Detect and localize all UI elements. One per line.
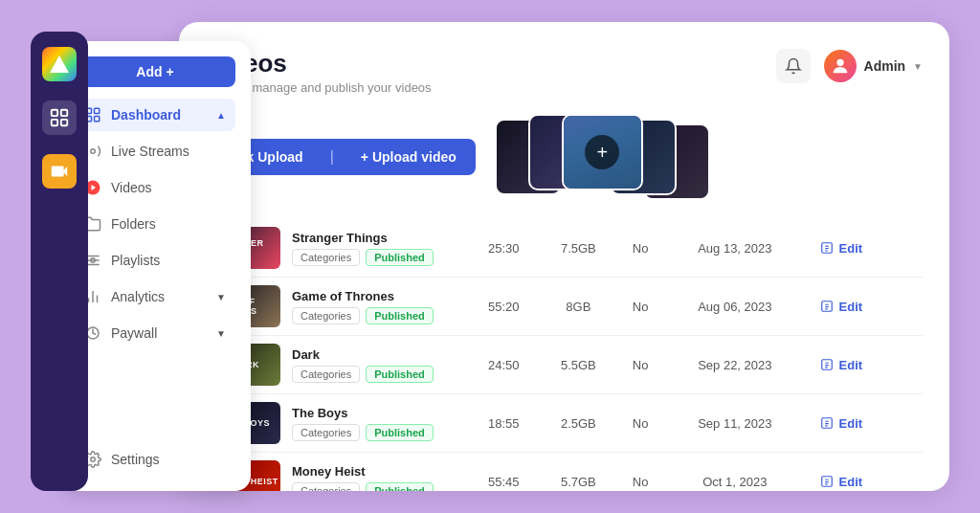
dashboard-label: Dashboard <box>111 107 181 123</box>
date-4: Oct 1, 2023 <box>663 453 806 492</box>
video-title-0: Stranger Things <box>292 231 462 245</box>
status-badge-4: Published <box>366 482 434 492</box>
table-row: DARK Dark Categories Published 24:50 5.5… <box>206 336 923 394</box>
status-badge-1: Published <box>366 307 434 324</box>
svg-rect-2 <box>52 120 57 125</box>
video-info-1: Game of Thrones Categories Published <box>292 289 462 324</box>
video-tags-1: Categories Published <box>292 307 462 324</box>
size-0: 7.5GB <box>540 219 618 278</box>
status-badge-2: Published <box>366 366 434 383</box>
svg-rect-5 <box>95 108 100 113</box>
sidebar-item-settings[interactable]: Settings <box>75 443 235 476</box>
admin-chevron: ▼ <box>913 61 923 72</box>
edit-button-1[interactable]: Edit <box>813 296 871 318</box>
edit-cell-4: Edit <box>807 453 923 492</box>
upload-video-button[interactable]: + Upload video <box>342 139 476 175</box>
no-1: No <box>617 278 663 336</box>
no-4: No <box>617 453 663 492</box>
sidebar-dark-video-icon[interactable] <box>42 154 77 189</box>
videos-table: STRANGER THINGS Stranger Things Categori… <box>206 219 923 491</box>
video-info-3: The Boys Categories Published <box>292 406 462 441</box>
video-title-4: Money Heist <box>292 464 462 479</box>
header-row: Videos Upload, manage and publish your v… <box>206 49 923 95</box>
date-2: Sep 22, 2023 <box>663 336 806 394</box>
video-info-2: Dark Categories Published <box>292 347 462 383</box>
edit-button-3[interactable]: Edit <box>813 413 871 435</box>
no-0: No <box>617 219 663 278</box>
duration-1: 55:20 <box>468 278 540 336</box>
header-right: Admin ▼ <box>776 49 923 83</box>
duration-3: 18:55 <box>468 394 540 453</box>
settings-label: Settings <box>111 452 160 467</box>
paywall-label: Paywall <box>111 325 157 341</box>
video-tags-2: Categories Published <box>292 366 462 383</box>
folders-label: Folders <box>111 216 156 232</box>
edit-button-2[interactable]: Edit <box>813 354 871 376</box>
video-tags-3: Categories Published <box>292 424 462 441</box>
sidebar-item-dashboard[interactable]: Dashboard ▲ <box>75 99 235 131</box>
category-tag-0: Categories <box>292 249 360 266</box>
sidebar-item-analytics[interactable]: Analytics ▼ <box>75 280 235 313</box>
status-badge-3: Published <box>366 424 434 441</box>
size-3: 2.5GB <box>540 394 618 453</box>
svg-rect-3 <box>61 120 67 125</box>
logo-icon <box>42 47 77 81</box>
analytics-chevron: ▼ <box>216 292 226 302</box>
category-tag-3: Categories <box>292 424 360 441</box>
sidebar-dark-grid-icon[interactable] <box>42 100 77 135</box>
paywall-chevron: ▼ <box>216 328 226 339</box>
edit-button-0[interactable]: Edit <box>813 237 871 259</box>
video-info-0: Stranger Things Categories Published <box>292 231 462 266</box>
edit-cell-3: Edit <box>807 394 923 453</box>
sidebar-item-videos[interactable]: Videos <box>75 171 235 204</box>
date-3: Sep 11, 2023 <box>663 394 806 453</box>
svg-rect-1 <box>61 110 67 116</box>
edit-cell-1: Edit <box>807 278 923 336</box>
video-info-4: Money Heist Categories Published <box>292 464 462 492</box>
sidebar-item-live-streams[interactable]: Live Streams <box>75 135 235 167</box>
analytics-label: Analytics <box>111 289 165 304</box>
edit-cell-2: Edit <box>807 336 923 394</box>
status-badge-0: Published <box>366 249 434 266</box>
duration-2: 24:50 <box>468 336 540 394</box>
video-title-2: Dark <box>292 347 462 362</box>
video-previews: + <box>495 114 686 200</box>
videos-label: Videos <box>111 180 152 195</box>
size-4: 5.7GB <box>540 453 618 492</box>
svg-point-17 <box>836 59 843 66</box>
logo-triangle <box>50 56 69 73</box>
table-row: THE BOYS The Boys Categories Published 1… <box>206 394 923 453</box>
date-0: Aug 13, 2023 <box>663 219 806 278</box>
add-button[interactable]: Add + <box>75 56 235 87</box>
main-content: Videos Upload, manage and publish your v… <box>179 22 949 491</box>
sidebar-item-paywall[interactable]: Paywall ▼ <box>75 317 235 349</box>
sidebar-white: Add + Dashboard ▲ Live Streams Vid <box>59 41 251 491</box>
admin-badge[interactable]: Admin ▼ <box>824 50 923 82</box>
date-1: Aug 06, 2023 <box>663 278 806 336</box>
video-tags-4: Categories Published <box>292 482 462 492</box>
upload-divider: | <box>323 139 342 175</box>
duration-0: 25:30 <box>468 219 540 278</box>
preview-add-button[interactable]: + <box>585 135 619 169</box>
notification-button[interactable] <box>776 49 811 83</box>
playlists-label: Playlists <box>111 253 160 268</box>
video-title-1: Game of Thrones <box>292 289 462 303</box>
sidebar-item-playlists[interactable]: Playlists <box>75 244 235 277</box>
svg-point-8 <box>91 149 96 154</box>
preview-card-main: + <box>562 114 643 190</box>
category-tag-4: Categories <box>292 482 360 492</box>
no-3: No <box>617 394 663 453</box>
table-row: MONEY HEIST Money Heist Categories Publi… <box>206 453 923 492</box>
no-2: No <box>617 336 663 394</box>
svg-rect-7 <box>95 117 100 122</box>
duration-4: 55:45 <box>468 453 540 492</box>
edit-button-4[interactable]: Edit <box>813 471 871 492</box>
size-1: 8GB <box>540 278 618 336</box>
admin-name: Admin <box>864 58 906 74</box>
edit-cell-0: Edit <box>807 219 923 278</box>
sidebar-item-folders[interactable]: Folders <box>75 208 235 240</box>
upload-section: Bulk Upload | + Upload video + <box>206 114 923 200</box>
category-tag-1: Categories <box>292 307 360 324</box>
sidebar-dark <box>31 32 88 491</box>
dashboard-chevron: ▲ <box>216 110 226 121</box>
